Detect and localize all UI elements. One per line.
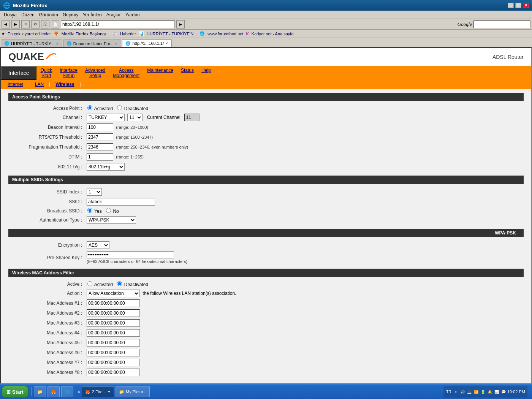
bookmark-5[interactable]: Kariyer.net - Ana sayfa [250,31,296,36]
broadcast-value: Yes No [84,207,524,215]
bookmark-1[interactable]: Mozilla Firefox Başlangı... [60,31,111,36]
broadcast-no-radio[interactable] [106,208,111,213]
bookmark-button[interactable]: 📄 [51,20,59,28]
minimize-button[interactable]: _ [508,3,514,8]
browser-icon-2: 🌐 [65,390,70,394]
mac6-input[interactable] [87,349,140,356]
tab-1[interactable]: 🌐 Donanım Haber For... ✕ [63,40,122,47]
mac8-label: Mac Address #8 : [8,367,84,377]
mac4-value [84,328,524,338]
mac1-input[interactable] [87,299,140,307]
google-search-input[interactable] [473,21,530,28]
back-button[interactable]: ◀ [2,20,10,28]
mac-deactivated-radio[interactable] [117,281,122,286]
nav-help[interactable]: Help [198,66,215,80]
menu-araclar[interactable]: Araçlar [104,11,123,18]
mac7-row: Mac Address #7 : [8,358,524,367]
bookmark-0[interactable]: En çok ziyaret edilenler [6,31,53,36]
mac-filter-table: Active : Activated Deactivated Action : [8,280,524,377]
bookmark-4[interactable]: www.forumfood.net [206,31,245,36]
refresh-button[interactable]: ↺ [31,20,40,28]
ssid-input[interactable] [87,198,155,206]
mac6-value [84,348,524,358]
go-button[interactable]: ▶ [176,20,185,28]
maximize-button[interactable]: □ [515,3,521,8]
dtim-input[interactable] [87,153,113,161]
firefox-label: 2 Fire... [92,390,106,394]
taskbar-folder[interactable]: 📁 [34,386,46,397]
tab-2-close[interactable]: ✕ [165,41,168,45]
menu-gecmis[interactable]: Geçmiş [60,11,81,18]
mac4-input[interactable] [87,329,140,337]
mac-activated-radio[interactable] [87,281,92,286]
stop-button[interactable]: ✕ [21,20,30,28]
frag-input[interactable] [87,143,113,151]
mac5-value [84,338,524,348]
mac3-label: Mac Address #3 : [8,318,84,328]
taskbar-browser1[interactable]: 🦊 [48,386,60,397]
firefox-dropdown[interactable]: ▼ [108,390,111,394]
mac2-input[interactable] [87,309,140,317]
mac5-input[interactable] [87,339,140,347]
tab-2-icon: 🌐 [125,41,131,46]
taskbar-browser2[interactable]: 🌐 [61,386,73,397]
menu-yardim[interactable]: Yardım [123,11,142,18]
menu-gorunum[interactable]: Görünüm [37,11,60,18]
ap-activated-radio[interactable] [87,105,92,110]
mode-value: 802.11b+g [84,162,524,172]
subnav-internet[interactable]: Internet [5,81,26,88]
action-select[interactable]: Allow Association [87,290,140,297]
ap-value: Activated Deactivated [84,104,524,112]
mac3-input[interactable] [87,319,140,327]
nav-maintenance[interactable]: Maintenance [143,66,177,80]
auth-select[interactable]: WPA-PSK [87,216,136,224]
channel-select[interactable]: TURKEY [87,114,125,121]
rts-input[interactable] [87,133,113,141]
nav-status[interactable]: Status [177,66,198,80]
mac8-input[interactable] [87,369,140,376]
forward-button[interactable]: ▶ [11,20,20,28]
tab-1-icon: 🌐 [66,41,72,46]
access-point-section: Access Point Settings Access Point : Act… [8,93,524,172]
menu-yer-imleri[interactable]: Yer İmleri [80,11,104,18]
ap-deactivated-radio[interactable] [117,105,122,110]
taskbar-mypictures[interactable]: 📁 My Pictur... [116,386,150,397]
window-controls: _ □ ✕ [508,3,529,8]
start-button[interactable]: ⊞ Start [2,386,28,398]
home-button[interactable]: 🏠 [41,20,49,28]
nav-access-management[interactable]: Access Management [109,66,143,80]
tab-1-close[interactable]: ✕ [115,42,118,46]
tab-0[interactable]: 🌐 HÜRRİYET - TÜRKİY... ✕ [1,40,62,47]
bookmark-3[interactable]: HÜRRİYET - TÜRKİYE'N... [145,31,199,36]
tab-2[interactable]: 🌐 http://1...168.1.1/ ✕ [122,40,172,47]
taskbar-right: TR « 🔊 💻 📶 🔋 🔔 📊 💬 10:02 PM [440,386,530,397]
channel-num-select[interactable]: 11 [127,114,142,121]
nav-interface[interactable]: Interface [1,66,36,80]
subnav-wireless[interactable]: Wireless [52,81,77,88]
auth-value: WPA-PSK [84,215,524,225]
bookmark-2[interactable]: Haberler [118,31,138,36]
close-button[interactable]: ✕ [523,3,529,8]
google-search-box: Google [458,21,530,28]
psk-input[interactable] [87,251,174,258]
taskbar-firefox[interactable]: 🦊 2 Fire... ▼ [82,386,114,397]
beacon-input[interactable] [87,124,113,131]
nav-advanced-setup[interactable]: Advanced Setup [81,66,109,80]
encryption-select[interactable]: AES [87,241,109,249]
mac-action-value: Allow Association the follow Wireless LA… [84,288,524,298]
channel-value: TURKEY 11 Current Channel: [84,112,524,122]
nav-interface-setup[interactable]: Interface Setup [56,66,81,80]
quake-logo-swoosh [46,51,57,63]
wpa-section: WPA-PSK Encryption : AES Pre-Shared Key … [8,229,524,265]
ssid-index-select[interactable]: 1 [87,188,102,196]
mode-select[interactable]: 802.11b+g [87,163,125,171]
nav-quick-start[interactable]: Quick Start [36,66,56,80]
tab-0-close[interactable]: ✕ [56,42,59,46]
mac7-input[interactable] [87,359,140,366]
address-input[interactable] [61,21,175,28]
subnav-lan[interactable]: LAN [32,81,47,88]
broadcast-yes-radio[interactable] [87,208,92,213]
menu-dosya[interactable]: Dosya [2,11,19,18]
subnav-sep-2: | [49,82,50,87]
menu-duzen[interactable]: Düzen [19,11,37,18]
